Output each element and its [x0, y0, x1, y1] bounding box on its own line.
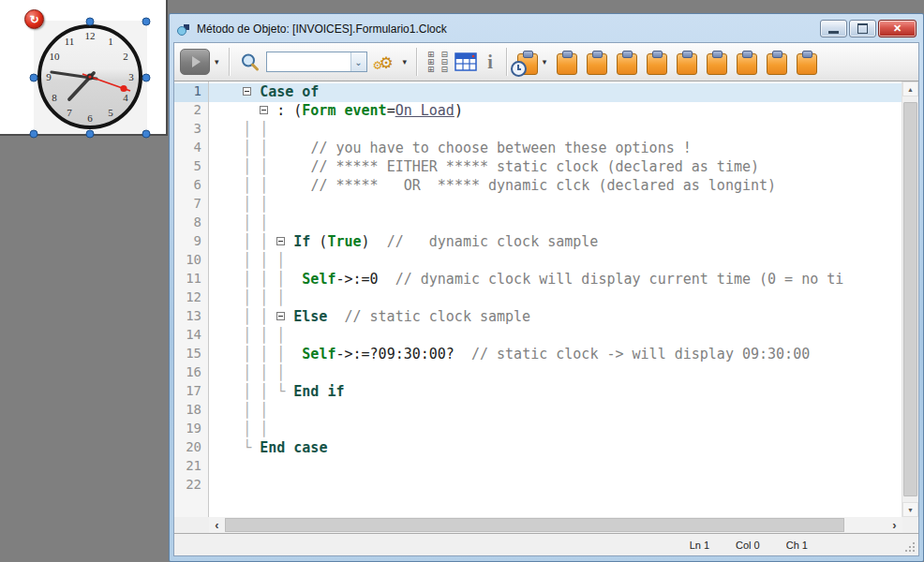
gutter-line-number[interactable]: 10 [174, 252, 208, 271]
selection-handle-bottom-left[interactable] [30, 130, 38, 139]
info-button[interactable]: i [484, 52, 497, 73]
collapse-all-button[interactable]: ⊟ ⊟ ⊟ [441, 52, 449, 73]
gutter-line-number[interactable]: 13 [174, 308, 208, 327]
selection-handle-top-right[interactable] [142, 18, 151, 26]
gutter-line-number[interactable]: 22 [174, 477, 208, 495]
selection-handle-mid-left[interactable] [30, 74, 38, 82]
close-button[interactable]: ✕ [878, 20, 917, 37]
gutter-line-number[interactable]: 15 [174, 346, 208, 364]
code-line[interactable]: │ │ │ [209, 252, 902, 271]
scroll-right-button[interactable]: › [887, 517, 902, 533]
code-token-tree: │ [243, 289, 251, 306]
gutter-line-number[interactable]: 18 [174, 402, 208, 421]
clipboard-button[interactable] [767, 51, 787, 75]
code-token-tree: │ [260, 214, 268, 231]
run-dropdown-icon[interactable]: ▾ [215, 57, 219, 67]
macros-button[interactable]: ⚙ ⚙ [374, 50, 398, 74]
vertical-scroll-thumb[interactable] [903, 102, 917, 496]
code-line[interactable]: │ │ // ***** OR ***** dynamic clck (decl… [209, 177, 902, 196]
toolbar-separator [506, 48, 508, 76]
clipboard-button[interactable] [707, 51, 727, 75]
selection-handle-bottom-right[interactable] [142, 130, 151, 139]
code-line[interactable]: │ │ │ [209, 327, 902, 346]
clipboard-button[interactable] [677, 51, 697, 75]
object-method-badge-icon[interactable]: ↻ [24, 9, 44, 29]
macros-dropdown-icon[interactable]: ▾ [403, 57, 408, 67]
code-line[interactable]: │ │ │ Self->:=0 // dynamic clock will di… [209, 271, 902, 289]
maximize-button[interactable] [849, 20, 876, 37]
clipboard-button[interactable] [647, 51, 667, 75]
code-line[interactable]: │ │ [209, 214, 902, 233]
fold-marker-icon[interactable] [243, 87, 251, 96]
resize-grip[interactable] [903, 540, 915, 552]
code-line[interactable]: │ │ Else // static clock sample [209, 308, 902, 327]
gutter-line-number[interactable]: 9 [174, 233, 208, 252]
gutter-line-number[interactable]: 17 [174, 383, 208, 402]
horizontal-scrollbar[interactable]: ‹ › [209, 517, 902, 533]
code-line[interactable]: │ │ [209, 402, 902, 421]
code-line[interactable]: │ │ └ End if [209, 383, 902, 402]
selection-handle-mid-right[interactable] [142, 74, 151, 82]
scroll-left-button[interactable]: ‹ [209, 517, 225, 533]
scroll-down-button[interactable]: ▼ [902, 502, 918, 517]
gutter-line-number[interactable]: 3 [174, 121, 208, 140]
gutter-line-number[interactable]: 6 [174, 177, 208, 196]
run-method-button[interactable] [180, 49, 210, 75]
clipboard-button[interactable] [587, 51, 607, 75]
gutter-line-number[interactable]: 14 [174, 327, 208, 346]
code-line[interactable]: : (Form event=On Load) [209, 102, 902, 121]
code-line[interactable]: │ │ │ [209, 364, 902, 383]
clipboard-button[interactable] [737, 51, 757, 75]
scroll-up-button[interactable]: ▲ [902, 81, 918, 96]
code-token [268, 177, 310, 194]
fold-marker-icon[interactable] [276, 312, 285, 320]
code-line[interactable]: │ │ │ Self->:=?09:30:00? // static clock… [209, 346, 902, 364]
gutter-line-number[interactable]: 1 [174, 83, 208, 102]
vertical-scrollbar[interactable]: ▲ ▼ [902, 81, 918, 517]
gutter-line-number[interactable]: 2 [174, 102, 208, 121]
clipboard-button[interactable] [617, 51, 637, 75]
gutter-line-number[interactable]: 21 [174, 458, 208, 477]
code-line[interactable]: └ End case [209, 439, 902, 458]
search-input[interactable] [267, 52, 350, 71]
gutter-line-number[interactable]: 4 [174, 140, 208, 158]
combo-chevron-icon[interactable]: ⌄ [350, 52, 366, 71]
selection-handle-top-center[interactable] [86, 18, 95, 26]
code-line[interactable]: │ │ [209, 421, 902, 439]
search-icon[interactable] [240, 52, 260, 72]
code-line[interactable]: │ │ [209, 121, 902, 140]
code-line[interactable]: Case of [209, 83, 902, 102]
code-line[interactable]: │ │ // ***** EITHER ***** static clock (… [209, 158, 902, 177]
code-line[interactable]: │ │ [209, 196, 902, 214]
code-line[interactable]: │ │ │ [209, 289, 902, 308]
gutter-line-number[interactable]: 11 [174, 271, 208, 289]
code-line[interactable] [209, 477, 902, 495]
fold-marker-icon[interactable] [260, 106, 268, 114]
gutter-line-number[interactable]: 20 [174, 439, 208, 458]
horizontal-scroll-thumb[interactable] [225, 518, 844, 532]
code-token-com: // static clock -> will display 09:30:00 [471, 346, 810, 362]
code-line[interactable] [209, 458, 902, 477]
selection-handle-bottom-center[interactable] [86, 130, 95, 139]
gutter-line-number[interactable]: 5 [174, 158, 208, 177]
code-lines[interactable]: Case of : (Form event=On Load) │ │ │ │ /… [209, 81, 902, 517]
gutter-line-number[interactable]: 12 [174, 289, 208, 308]
title-bar[interactable]: Método de Objeto: [INVOICES].Formulario1… [173, 15, 919, 42]
gutter-line-number[interactable]: 16 [174, 364, 208, 383]
clipboard-dropdown-icon[interactable]: ▾ [543, 57, 547, 67]
clipboard-history-button[interactable] [517, 51, 538, 75]
code-token [251, 252, 260, 269]
code-line[interactable]: │ │ // you have to choose between these … [209, 140, 902, 158]
expand-all-button[interactable]: ⊞ ⊞ ⊞ [427, 52, 435, 73]
gutter-line-number[interactable]: 7 [174, 196, 208, 214]
clipboard-button[interactable] [797, 51, 817, 75]
form-window-button[interactable] [455, 52, 477, 71]
gutter-line-number[interactable]: 19 [174, 421, 208, 439]
code-line[interactable]: │ │ If (True) // dynamic clock sample [209, 233, 902, 252]
search-combobox[interactable]: ⌄ [266, 52, 367, 72]
minimize-button[interactable] [820, 20, 847, 37]
fold-marker-icon[interactable] [276, 237, 285, 245]
clipboard-button[interactable] [557, 51, 577, 75]
gutter-line-number[interactable]: 8 [174, 214, 208, 233]
code-token: ->:=?09:30:00? [335, 346, 471, 362]
